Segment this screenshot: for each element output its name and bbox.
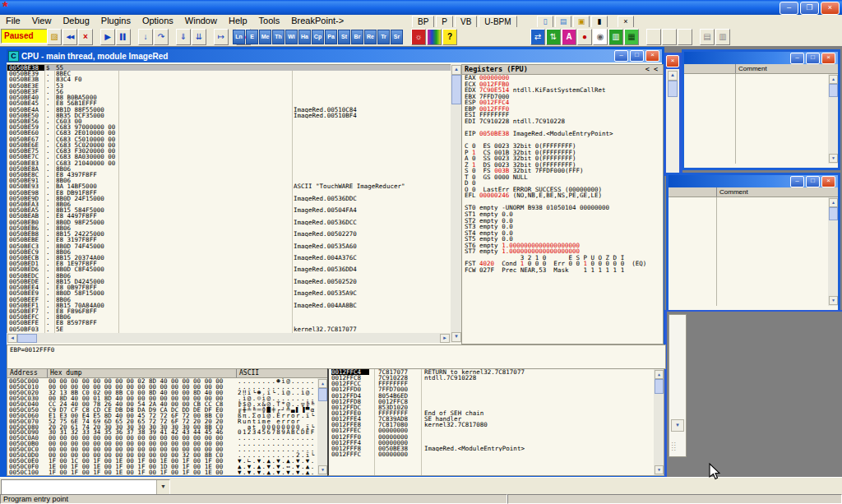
dump-row[interactable]: 0050C03000 8D 40 00 01 8D 40 00 00 00 00…: [7, 395, 327, 401]
scroll-up-icon[interactable]: ▲: [829, 198, 838, 207]
disasm-row[interactable]: 0050BE3B.83C4 F0ADD ESP,-10: [7, 76, 451, 82]
disasm-row[interactable]: 0050BEFC.8B06MOV EAX,DWORD PTR DS:[ESI]: [7, 314, 451, 320]
disasm-row[interactable]: 0050BE50.8B35 DCF35000MOV ESI,DWORD PTR …: [7, 113, 451, 118]
close-icon[interactable]: ×: [666, 55, 679, 67]
combo-dropdown-icon[interactable]: ▼: [156, 480, 169, 494]
view-button-re[interactable]: Re: [364, 30, 377, 44]
dump-row[interactable]: 0050C0D000 00 00 00 00 00 00 00 00 00 00…: [7, 452, 327, 458]
close-icon[interactable]: ×: [821, 53, 835, 64]
dump-row[interactable]: 0050C08020 20 61 74 20 30 30 30 30 30 30…: [7, 424, 327, 430]
disasm-row[interactable]: 0050BE4A.8B1D 88F55000MOV EBX,DWORD PTR …: [7, 107, 451, 113]
menu-button-u-bpm[interactable]: U-BPM: [479, 16, 516, 28]
stack-row[interactable]: 0012FFC87C910228ntdll.7C910228: [329, 375, 664, 381]
disasm-row[interactable]: 0050BE38$55PUSH EBP: [7, 65, 451, 71]
step-over-icon[interactable]: ↷: [154, 29, 169, 45]
scroll-thumb[interactable]: [655, 379, 664, 394]
view-button-st[interactable]: St: [338, 30, 350, 44]
column-header[interactable]: Comment: [669, 187, 838, 197]
disasm-row[interactable]: 0050BE3F.56PUSH ESI: [7, 89, 451, 95]
view-button-wi[interactable]: Wi: [285, 30, 298, 44]
stack-row[interactable]: 0012FFC47C817077RETURN to kernel32.7C817…: [329, 369, 664, 375]
scroll-thumb[interactable]: [17, 334, 37, 343]
disasm-row[interactable]: 0050BE75.C683 F3020000 00MOV BYTE PTR DS…: [7, 148, 451, 154]
scroll-left-icon[interactable]: ◄: [7, 334, 17, 343]
open-icon[interactable]: ▨: [47, 29, 62, 45]
animate-into-icon[interactable]: ⇓: [176, 29, 191, 45]
disasm-row[interactable]: 0050BECB.8B15 20374A00MOV EDX,DWORD PTR …: [7, 255, 451, 261]
menu-item-tools[interactable]: Tools: [253, 15, 286, 27]
stack-row[interactable]: 0012FFD07FFD7000: [329, 386, 664, 392]
scrollbar[interactable]: ▲ ▼: [828, 74, 838, 164]
layout1-icon[interactable]: ▤: [700, 29, 715, 45]
dump-row[interactable]: 0050C0F01E 00 1F 00 1E 00 1F 00 1F 00 1D…: [7, 464, 327, 469]
menu-item-options[interactable]: Options: [136, 15, 179, 27]
menu-item-debug[interactable]: Debug: [57, 15, 95, 27]
stack-row[interactable]: 0012FFD48054B6ED: [329, 393, 664, 399]
menu-button-vb[interactable]: VB: [455, 16, 477, 28]
blank2-icon[interactable]: [662, 29, 677, 45]
stack-row[interactable]: 0012FFF400000000: [329, 440, 664, 446]
view-button-tr[interactable]: Tr: [377, 30, 390, 44]
disasm-row[interactable]: 0050BE9D.8B0D 24F15000MOV ECX,DWORD PTR …: [7, 196, 451, 201]
restart-icon[interactable]: ◀◀: [62, 29, 77, 45]
swap-icon[interactable]: ⇄: [530, 29, 545, 45]
stack-row[interactable]: 0012FFD80012FFC8: [329, 399, 664, 405]
disasm-row[interactable]: 0050BEA5.8B15 584F5000MOV EDX,DWORD PTR …: [7, 207, 451, 213]
disassembly-hscrollbar[interactable]: ◄ ►: [7, 333, 451, 343]
disasm-row[interactable]: 0050BE8A.8B06MOV EAX,DWORD PTR DS:[ESI]: [7, 166, 451, 172]
stack-row[interactable]: 0012FFCCFFFFFFFF: [329, 381, 664, 386]
disasm-row[interactable]: 0050BE6E.C683 5C020000 00MOV BYTE PTR DS…: [7, 142, 451, 148]
dump-row[interactable]: 0050C040CC 24 40 00 78 26 40 00 54 2A 40…: [7, 401, 327, 407]
view-button-th[interactable]: Th: [272, 30, 285, 44]
registers-pane[interactable]: Registers (FPU) < < EAX 00000000ECX 0012…: [461, 64, 664, 344]
scroll-down-icon[interactable]: ▼: [829, 296, 838, 305]
disasm-row[interactable]: 0050BEF7.E8 F896F8FFCALL ImageRed.004955…: [7, 308, 451, 314]
resize-grip[interactable]: ∷∷: [672, 442, 682, 453]
disasm-row[interactable]: 0050BE93.BA 14BF5000MOV EDX,ImageRed.005…: [7, 183, 451, 189]
menu-item-help[interactable]: Help: [223, 15, 253, 27]
disasm-row[interactable]: 0050BE40.B8 B0BA5000MOV EAX,ImageRed.005…: [7, 95, 451, 100]
disasm-row[interactable]: 0050BE45.E8 56B1EFFFCALL ImageRed.00406F…: [7, 100, 451, 106]
disasm-row[interactable]: 0050BE67.C683 C5010000 00MOV BYTE PTR DS…: [7, 136, 451, 142]
layout2-icon[interactable]: ▥: [715, 29, 730, 45]
minimize-button[interactable]: –: [780, 2, 798, 15]
cpu-window-titlebar[interactable]: C CPU - main thread, module ImageRed – □…: [7, 49, 662, 62]
dump-row[interactable]: 0050C02032 13 8B C0 02 00 8B C0 00 8D 40…: [7, 390, 327, 395]
dump-header[interactable]: Address Hex dump ASCII: [7, 369, 327, 378]
book-icon[interactable]: ▤: [555, 16, 571, 28]
pause-icon[interactable]: ▌▌: [116, 29, 131, 45]
disassembly-vscrollbar[interactable]: ▲ ▼: [451, 64, 461, 343]
disasm-row[interactable]: 0050BE60.C683 2E010000 00MOV BYTE PTR DS…: [7, 130, 451, 136]
scroll-up-icon[interactable]: ▲: [318, 379, 327, 388]
disasm-row[interactable]: 0050BEB6.8B06MOV EAX,DWORD PTR DS:[ESI]: [7, 225, 451, 231]
disasm-row[interactable]: 0050BE7C.C683 8A030000 00MOV BYTE PTR DS…: [7, 154, 451, 160]
disasm-row[interactable]: 0050BE39.8BECMOV EBP,ESP: [7, 71, 451, 76]
menu-button-bp[interactable]: BP: [412, 16, 434, 28]
register-line[interactable]: T 0 GS 0000 NULL: [462, 174, 663, 181]
scroll-down-icon[interactable]: ▼: [655, 465, 664, 474]
register-line[interactable]: EIP 0050BE38 ImageRed.<ModuleEntryPoint>: [462, 131, 663, 137]
disasm-row[interactable]: 0050BEDC.8B06MOV EAX,DWORD PTR DS:[ESI]: [7, 273, 451, 279]
blank3-icon[interactable]: [678, 29, 692, 45]
scroll-thumb[interactable]: [668, 81, 678, 97]
scroll-down-icon[interactable]: ▼: [451, 332, 461, 342]
disasm-row[interactable]: 0050BE98.E8 DB91F8FFCALL ImageRed.004950…: [7, 190, 451, 196]
disasm-row[interactable]: 0050BEAB.E8 4497F8FFCALL ImageRed.004955…: [7, 213, 451, 219]
assemble-icon[interactable]: A: [562, 29, 576, 45]
close-button[interactable]: ×: [821, 2, 840, 15]
minimize-icon[interactable]: –: [790, 176, 804, 187]
disasm-row[interactable]: 0050BEEF.8B06MOV EAX,DWORD PTR DS:[ESI]: [7, 297, 451, 303]
scroll-thumb[interactable]: [829, 84, 838, 97]
command-combobox[interactable]: ▼: [1, 479, 170, 495]
scroll-thumb[interactable]: [318, 388, 327, 401]
scroll-down-icon[interactable]: ▼: [829, 154, 838, 163]
register-line[interactable]: FCW 027F Prec NEAR,53 Mask 1 1 1 1 1 1: [462, 267, 663, 274]
disassembly-pane[interactable]: 0050BE38$55PUSH EBP0050BE39.8BECMOV EBP,…: [7, 64, 452, 335]
column-header[interactable]: Comment: [684, 64, 838, 74]
view-button-e[interactable]: E: [246, 30, 258, 44]
terminal-icon[interactable]: ▮: [591, 16, 608, 28]
view-button-ln[interactable]: Ln: [233, 30, 245, 44]
dump-row[interactable]: 0050C050C9 D7 CF C8 CD CE DB D8 DA D9 CA…: [7, 407, 327, 413]
scrollbar[interactable]: ▲ ▼: [828, 197, 838, 306]
side-window-top-titlebar[interactable]: – □ ×: [684, 52, 838, 64]
